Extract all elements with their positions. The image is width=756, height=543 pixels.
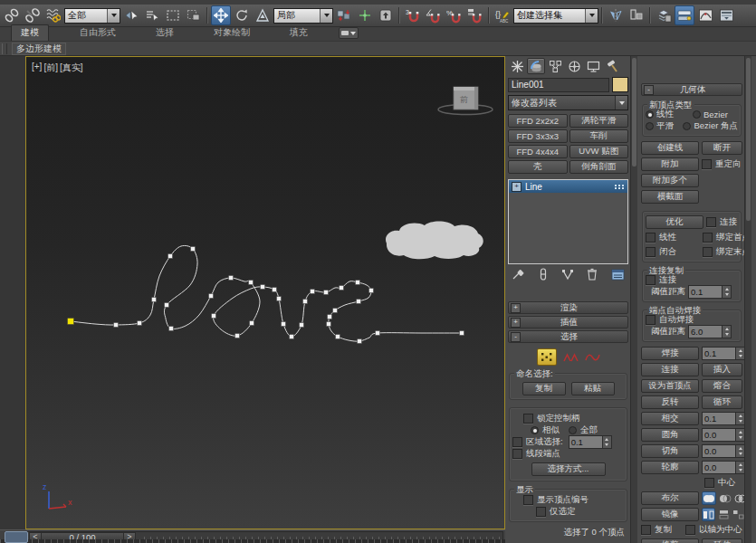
- cycle-button[interactable]: 循环: [702, 395, 742, 409]
- copy-button[interactable]: 复制: [522, 382, 566, 395]
- select-and-scale-icon[interactable]: [253, 5, 273, 25]
- polygon-modeling-panel-label[interactable]: 多边形建模: [12, 43, 66, 55]
- center-checkbox[interactable]: 中心: [704, 477, 735, 489]
- percent-snap-icon[interactable]: %: [445, 5, 464, 25]
- viewcube-face-label[interactable]: 前: [460, 94, 468, 106]
- front-viewport[interactable]: [+] [前] [真实] 前 z x: [25, 56, 505, 529]
- mini-listener-icon[interactable]: [5, 531, 28, 543]
- spline-vertex[interactable]: [152, 298, 157, 302]
- spline-subobject-button[interactable]: [585, 352, 600, 363]
- dropdown-arrow-icon[interactable]: [585, 9, 598, 23]
- modifier-stack-list[interactable]: + Line: [508, 179, 628, 264]
- configure-modifier-sets-icon[interactable]: [611, 269, 625, 281]
- connect-button[interactable]: 连接: [641, 363, 699, 376]
- area-selection-checkbox[interactable]: 区域选择: 0.1: [512, 436, 624, 448]
- mirror-horizontal-icon[interactable]: [702, 508, 715, 521]
- display-tab-icon[interactable]: [584, 58, 602, 74]
- fillet-spinner[interactable]: 0.0: [702, 428, 745, 442]
- uvw-map-button[interactable]: UVW 贴图: [569, 145, 629, 158]
- ribbon-overflow-dropdown[interactable]: [339, 27, 359, 39]
- connect-checkbox[interactable]: 连接: [706, 216, 738, 228]
- spline-vertex[interactable]: [212, 314, 216, 319]
- love-spline-curve[interactable]: [71, 245, 462, 341]
- segment-subobject-button[interactable]: [563, 352, 579, 363]
- alike-radio[interactable]: 相似: [531, 424, 560, 436]
- extend-button[interactable]: 延伸: [702, 538, 742, 543]
- ribbon-tab-freeform[interactable]: 自由形式: [71, 25, 125, 41]
- spline-vertex[interactable]: [324, 291, 329, 295]
- spline-start-vertex[interactable]: [68, 319, 74, 325]
- pin-stack-icon[interactable]: [512, 269, 525, 281]
- linear-checkbox[interactable]: 线性: [646, 232, 700, 243]
- spline-vertex[interactable]: [277, 297, 282, 301]
- paste-button[interactable]: 粘贴: [571, 382, 615, 395]
- mirror-button[interactable]: 镜像: [641, 508, 699, 521]
- snap-toggle-3d-icon[interactable]: 3: [403, 5, 423, 25]
- auto-weld-threshold-spinner[interactable]: 6.0: [688, 325, 732, 338]
- angle-snap-icon[interactable]: [424, 5, 444, 25]
- rendering-rollout[interactable]: + 渲染: [508, 301, 628, 314]
- schematic-view-icon[interactable]: [716, 5, 736, 25]
- select-and-rotate-icon[interactable]: [232, 5, 252, 25]
- selected-only-checkbox[interactable]: 仅选定: [536, 506, 624, 518]
- spline-vertex[interactable]: [191, 247, 196, 252]
- spline-vertex[interactable]: [249, 281, 254, 285]
- ffd4x4x4-button[interactable]: FFD 4x4x4: [508, 145, 568, 158]
- spline-vertex[interactable]: [369, 289, 374, 293]
- expander-icon[interactable]: +: [511, 303, 521, 313]
- shell-button[interactable]: 壳: [508, 160, 568, 174]
- spline-vertex[interactable]: [328, 315, 332, 319]
- area-selection-spinner[interactable]: 0.1: [569, 435, 612, 449]
- spline-vertex[interactable]: [336, 335, 340, 339]
- refine-button[interactable]: 优化: [646, 215, 703, 229]
- geometry-panel-scrollbar[interactable]: [744, 56, 751, 543]
- selection-filter-dropdown[interactable]: 全部: [64, 8, 120, 24]
- spline-vertex[interactable]: [235, 334, 240, 338]
- show-vertex-numbers-checkbox[interactable]: 显示顶点编号: [523, 494, 624, 506]
- select-object-icon[interactable]: [121, 5, 141, 25]
- use-pivot-point-center-icon[interactable]: [334, 5, 354, 25]
- select-and-link-icon[interactable]: [2, 5, 22, 25]
- spline-vertex[interactable]: [138, 321, 142, 326]
- outline-spinner[interactable]: 0.0: [702, 461, 745, 474]
- mirror-vertical-icon[interactable]: [718, 508, 730, 521]
- interpolation-rollout[interactable]: + 插值: [508, 316, 628, 329]
- expander-icon[interactable]: +: [512, 182, 522, 192]
- trim-button[interactable]: 修剪: [641, 538, 699, 543]
- mirror-both-icon[interactable]: [732, 508, 744, 521]
- toggle-ribbon-icon[interactable]: [675, 5, 694, 25]
- keyboard-shortcut-override-icon[interactable]: [376, 5, 396, 25]
- cross-insert-spinner[interactable]: 0.1: [702, 412, 745, 425]
- spline-vertex[interactable]: [356, 281, 360, 285]
- lock-handles-checkbox[interactable]: 锁定控制柄: [523, 413, 624, 424]
- spline-vertex[interactable]: [376, 331, 380, 336]
- stack-item-line[interactable]: + Line: [509, 180, 627, 193]
- bind-to-space-warp-icon[interactable]: [43, 5, 63, 25]
- align-icon[interactable]: [627, 5, 646, 25]
- spline-vertex[interactable]: [250, 321, 254, 326]
- expander-icon[interactable]: -: [511, 332, 521, 342]
- curve-editor-icon[interactable]: [695, 5, 715, 25]
- ribbon-grip-handle[interactable]: [2, 43, 7, 54]
- remove-modifier-icon[interactable]: [587, 268, 598, 281]
- spline-vertex[interactable]: [209, 294, 214, 299]
- object-name-field[interactable]: Line001: [508, 78, 609, 92]
- cross-section-button[interactable]: 横截面: [641, 190, 699, 204]
- spline-vertex[interactable]: [273, 288, 277, 292]
- dropdown-arrow-icon[interactable]: [615, 96, 627, 110]
- chamfer-spinner[interactable]: 0.0: [702, 444, 745, 458]
- boolean-union-icon[interactable]: [702, 491, 716, 505]
- spline-vertex[interactable]: [311, 290, 315, 294]
- connect-copy-threshold-spinner[interactable]: 0.1: [688, 285, 732, 299]
- dropdown-arrow-icon[interactable]: [320, 9, 332, 23]
- selection-rollout[interactable]: - 选择: [508, 330, 628, 343]
- hierarchy-tab-icon[interactable]: [546, 58, 564, 74]
- cloud-blob[interactable]: [386, 222, 483, 260]
- make-first-button[interactable]: 设为首顶点: [641, 379, 699, 393]
- weld-button[interactable]: 焊接: [641, 347, 699, 360]
- rectangular-selection-region-icon[interactable]: [163, 5, 183, 25]
- spline-vertex[interactable]: [165, 303, 169, 308]
- spline-vertex[interactable]: [303, 300, 308, 304]
- linear-radio[interactable]: 线性: [646, 109, 689, 120]
- outline-button[interactable]: 轮廓: [641, 461, 699, 474]
